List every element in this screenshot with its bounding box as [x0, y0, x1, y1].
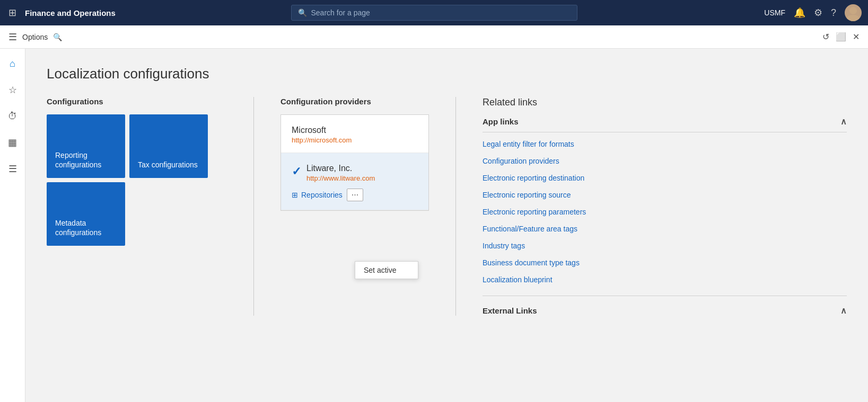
provider-info-litware: Litware, Inc. http://www.litware.com: [306, 164, 375, 182]
link-business-doc-tags[interactable]: Business document type tags: [483, 255, 847, 270]
link-config-providers[interactable]: Configuration providers: [483, 154, 847, 168]
provider-card-litware[interactable]: ✓ Litware, Inc. http://www.litware.com ⊞…: [281, 153, 428, 210]
window-controls: ↺ ⬜ ✕: [822, 32, 860, 42]
providers-column: Configuration providers Microsoft http:/…: [280, 97, 429, 211]
provider-url-microsoft: http://microsoft.com: [292, 136, 352, 144]
app-links-chevron-icon: ∧: [840, 117, 847, 127]
columns-wrapper: Configurations Reporting configurations …: [47, 97, 847, 316]
more-button[interactable]: ···: [347, 189, 363, 201]
link-industry-tags[interactable]: Industry tags: [483, 238, 847, 253]
provider-name-microsoft: Microsoft: [292, 126, 352, 135]
reporting-configurations-tile[interactable]: Reporting configurations: [47, 114, 125, 178]
search-bar: 🔍: [291, 5, 577, 21]
metadata-configurations-tile[interactable]: Metadata configurations: [47, 182, 125, 246]
link-localization-blueprint[interactable]: Localization blueprint: [483, 272, 847, 287]
app-title: Finance and Operations: [25, 8, 116, 17]
column-divider-2: [455, 97, 456, 316]
restore-icon[interactable]: ⬜: [836, 32, 846, 42]
providers-list: Microsoft http://microsoft.com ✓ Litware…: [280, 114, 429, 211]
set-active-menu-item[interactable]: Set active: [355, 262, 418, 279]
refresh-icon[interactable]: ↺: [822, 32, 829, 42]
tax-configurations-tile[interactable]: Tax configurations: [129, 114, 208, 178]
settings-icon[interactable]: ⚙: [814, 7, 822, 19]
provider-url-litware: http://www.litware.com: [306, 174, 375, 182]
link-er-source[interactable]: Electronic reporting source: [483, 187, 847, 202]
link-legal-entity[interactable]: Legal entity filter for formats: [483, 137, 847, 151]
page-title: Localization configurations: [47, 66, 847, 82]
provider-card-inner: Microsoft http://microsoft.com: [292, 126, 418, 144]
repositories-button[interactable]: ⊞ Repositories: [292, 191, 343, 199]
grid-icon[interactable]: ⊞: [6, 5, 19, 21]
check-icon: ✓: [292, 165, 301, 178]
section-divider: [483, 296, 847, 296]
svg-point-0: [849, 7, 857, 14]
svg-point-1: [847, 15, 860, 21]
provider-card-inner-litware: ✓ Litware, Inc. http://www.litware.com: [292, 164, 418, 182]
provider-info-microsoft: Microsoft http://microsoft.com: [292, 126, 352, 144]
sidebar-history-icon[interactable]: ⏱: [5, 108, 21, 125]
left-sidebar: ⌂ ☆ ⏱ ▦ ☰: [0, 49, 25, 402]
sidebar-workspaces-icon[interactable]: ▦: [5, 133, 20, 151]
options-label: Options: [22, 33, 48, 41]
app-links-section-heading[interactable]: App links ∧: [483, 117, 847, 132]
username-label: USMF: [764, 8, 785, 17]
content-area: Localization configurations Configuratio…: [25, 49, 868, 402]
link-functional-tags[interactable]: Functional/Feature area tags: [483, 221, 847, 236]
notification-icon[interactable]: 🔔: [794, 7, 805, 19]
help-icon[interactable]: ?: [831, 7, 836, 19]
search-input[interactable]: [311, 8, 571, 17]
related-links-heading: Related links: [483, 97, 847, 108]
context-menu: Set active: [355, 261, 418, 279]
nav-right-controls: USMF 🔔 ⚙ ?: [764, 4, 862, 21]
close-icon[interactable]: ✕: [853, 32, 860, 42]
main-layout: ⌂ ☆ ⏱ ▦ ☰ Localization configurations Co…: [0, 49, 868, 402]
external-links-section-heading[interactable]: External Links ∧: [483, 300, 847, 316]
search-icon: 🔍: [298, 8, 307, 17]
providers-heading: Configuration providers: [280, 97, 429, 106]
repo-icon: ⊞: [292, 191, 298, 199]
provider-actions: ⊞ Repositories ···: [292, 189, 418, 201]
top-nav-bar: ⊞ Finance and Operations 🔍 USMF 🔔 ⚙ ?: [0, 0, 868, 25]
app-links-list: Legal entity filter for formats Configur…: [483, 132, 847, 291]
search-small-icon[interactable]: 🔍: [53, 33, 62, 41]
hamburger-icon[interactable]: ☰: [8, 31, 17, 43]
sidebar-home-icon[interactable]: ⌂: [6, 55, 19, 73]
sidebar-modules-icon[interactable]: ☰: [5, 160, 20, 178]
external-links-chevron-icon: ∧: [840, 306, 847, 316]
related-links-column: Related links App links ∧ Legal entity f…: [483, 97, 847, 316]
link-er-destination[interactable]: Electronic reporting destination: [483, 171, 847, 185]
configurations-heading: Configurations: [47, 97, 227, 106]
second-bar: ☰ Options 🔍 ↺ ⬜ ✕: [0, 25, 868, 49]
related-links-scroll: App links ∧ Legal entity filter for form…: [483, 117, 847, 316]
provider-card-microsoft[interactable]: Microsoft http://microsoft.com: [281, 115, 428, 153]
provider-name-litware: Litware, Inc.: [306, 164, 375, 173]
sidebar-favorites-icon[interactable]: ☆: [5, 81, 20, 99]
config-tiles: Reporting configurations Tax configurati…: [47, 114, 227, 246]
column-divider: [253, 97, 254, 316]
link-er-parameters[interactable]: Electronic reporting parameters: [483, 204, 847, 219]
avatar[interactable]: [845, 4, 862, 21]
configurations-column: Configurations Reporting configurations …: [47, 97, 227, 246]
